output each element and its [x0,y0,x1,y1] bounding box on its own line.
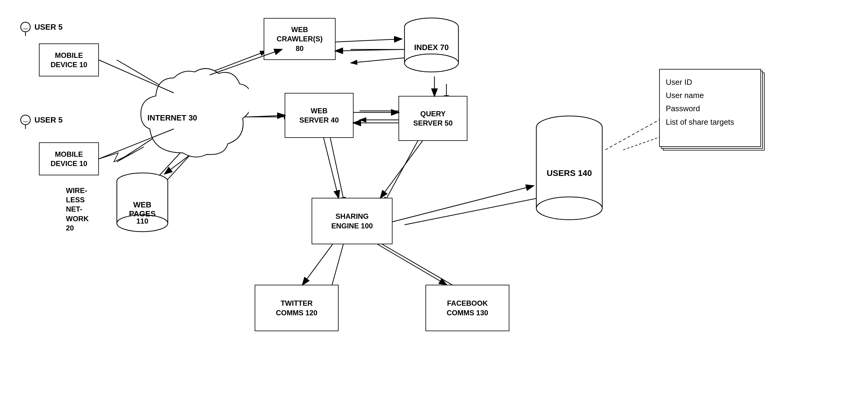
web-server-box: WEB SERVER 40 [285,93,353,138]
svg-line-63 [303,244,333,285]
record-password: Password [666,102,754,115]
users-cylinder: USERS 140 [533,114,605,223]
diagram: USER 5 USER 5 MOBILE DEVICE 10 MOBILE DE… [0,0,868,419]
web-crawler-box: WEB CRAWLER(S) 80 [264,18,336,60]
svg-text:INTERNET 30: INTERNET 30 [147,113,197,122]
user2-figure [18,114,33,129]
twitter-comms-box: TWITTER COMMS 120 [255,285,339,331]
svg-line-66 [605,120,659,150]
record-share-targets: List of share targets [666,115,754,128]
svg-rect-45 [536,127,602,208]
svg-line-16 [404,195,554,225]
svg-text:USERS 140: USERS 140 [547,169,592,178]
svg-point-48 [536,197,602,220]
svg-line-62 [380,141,423,198]
svg-point-34 [404,54,458,72]
svg-line-61 [323,138,339,198]
facebook-comms-box: FACEBOOK COMMS 130 [426,285,509,331]
svg-line-64 [377,244,446,285]
svg-line-13 [383,138,420,204]
svg-text:INDEX 70: INDEX 70 [414,43,449,52]
record-user-name: User name [666,89,754,102]
user1-label: USER 5 [34,23,63,32]
svg-line-57 [249,115,285,117]
query-server-box: QUERY SERVER 50 [399,96,467,141]
svg-line-55 [336,50,402,51]
svg-line-12 [330,135,345,204]
wireless-network-label: WIRE- LESS NET- WORK 20 [66,186,89,233]
svg-text:WEB: WEB [133,200,152,209]
internet-cloud: INTERNET 30 [135,60,249,162]
svg-line-54 [336,39,402,42]
svg-text:110: 110 [136,217,148,225]
index-cylinder: INDEX 70 [402,17,461,78]
svg-point-24 [21,115,30,125]
mobile-device-1: MOBILE DEVICE 10 [39,43,99,77]
svg-point-19 [21,22,30,32]
user2-label: USER 5 [34,115,63,125]
user1-figure [18,21,33,36]
record-user-id: User ID [666,76,754,89]
mobile-device-2: MOBILE DEVICE 10 [39,142,99,175]
web-pages-cylinder: WEB PAGES 110 [114,171,171,235]
sharing-engine-box: SHARING ENGINE 100 [312,198,393,244]
svg-line-65 [393,186,533,222]
